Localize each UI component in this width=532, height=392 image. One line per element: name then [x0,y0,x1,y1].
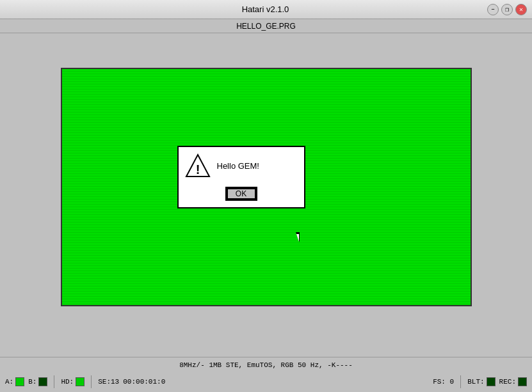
time-display: 00:00:01:0 [123,378,165,386]
drive-b-label: B: [28,378,36,386]
dialog-buttons[interactable]: OK [185,187,298,201]
window-title: Hatari v2.1.0 [44,4,487,14]
divider1 [54,375,54,388]
fs-label: FS: 0 [433,378,454,386]
window-controls[interactable]: – ❐ ✕ [487,4,527,15]
dialog-content: ! Hello GEM! [185,153,298,179]
dialog-message: Hello GEM! [217,161,259,171]
drive-b-led [38,377,47,386]
rec-section: REC: [499,377,527,386]
status-info: 8MHz/- 1MB STE, EmuTOS, RGB 50 Hz, -K---… [179,361,353,369]
emulator-area: ! Hello GEM! OK [0,33,532,340]
emulator-screen: ! Hello GEM! OK [61,68,472,306]
drive-a-led [15,377,24,386]
svg-text:!: ! [195,162,200,176]
drive-a-label: A: [5,378,13,386]
blt-label: BLT: [467,378,484,386]
time-section: 00:00:01:0 [123,378,165,386]
rec-led [518,377,527,386]
divider3 [460,375,461,388]
app-title-bar: HELLO_GE.PRG [0,19,532,33]
gem-dialog: ! Hello GEM! OK [177,146,305,208]
ok-button[interactable]: OK [225,187,257,201]
minimize-button[interactable]: – [487,4,499,15]
rec-label: REC: [499,378,516,386]
status-line2: A: B: HD: SE:13 00:00:01:0 FS: 0 BLT: RE [0,373,532,391]
fs-section: FS: 0 [433,378,454,386]
close-button[interactable]: ✕ [515,4,527,15]
divider2 [91,375,92,388]
warning-icon: ! [185,153,211,179]
title-bar: Hatari v2.1.0 – ❐ ✕ [0,0,532,19]
hd-label: HD: [61,378,74,386]
hd-led [76,377,85,386]
se-section: SE:13 [98,378,119,386]
app-title: HELLO_GE.PRG [236,22,296,31]
blt-led [487,377,496,386]
maximize-button[interactable]: ❐ [501,4,513,15]
status-line1: 8MHz/- 1MB STE, EmuTOS, RGB 50 Hz, -K---… [0,357,532,373]
se-label: SE:13 [98,378,119,386]
hd-section: HD: [61,377,85,386]
status-bar: 8MHz/- 1MB STE, EmuTOS, RGB 50 Hz, -K---… [0,357,532,392]
drive-a-section: A: [5,377,24,386]
drive-b-section: B: [28,377,47,386]
blt-section: BLT: [467,377,495,386]
